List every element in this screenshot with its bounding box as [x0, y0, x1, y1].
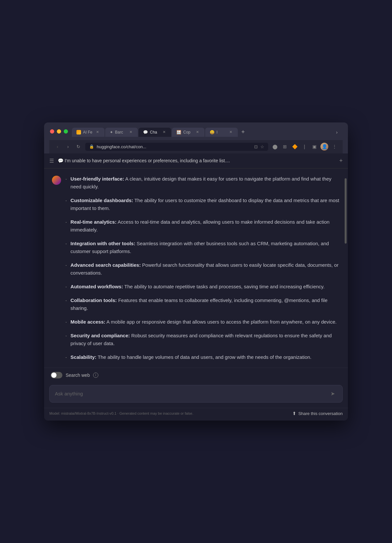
hamburger-icon[interactable]: ☰ — [49, 158, 54, 164]
sidebar-icon[interactable]: ▣ — [311, 143, 318, 150]
tab-close-3[interactable]: ✕ — [161, 130, 167, 134]
reload-button[interactable]: ↻ — [75, 144, 82, 149]
toggle-knob — [51, 373, 57, 378]
input-placeholder: Ask anything — [55, 391, 325, 396]
bullet-list: •User-friendly interface: A clean, intui… — [66, 175, 340, 361]
chat-title: 💬 I'm unable to have personal experience… — [58, 158, 335, 163]
profile-avatar[interactable]: 👤 — [320, 143, 328, 151]
message-body: •User-friendly interface: A clean, intui… — [66, 175, 340, 361]
tab-icon-hf — [76, 130, 81, 135]
list-item: •Scalability: The ability to handle larg… — [66, 353, 340, 361]
input-area: Ask anything ➤ — [44, 382, 348, 408]
tab-close-5[interactable]: ✕ — [228, 130, 233, 134]
bullet-term: User-friendly interface: — [71, 176, 124, 182]
tab-close-2[interactable]: ✕ — [128, 130, 133, 134]
list-item: •Mobile access: A mobile app or responsi… — [66, 318, 340, 326]
bullet-text: User-friendly interface: A clean, intuit… — [71, 175, 340, 191]
list-item: •Customizable dashboards: The ability fo… — [66, 197, 340, 212]
tab-bard[interactable]: ✦ Barc ✕ — [105, 128, 138, 137]
tab-chat-active[interactable]: 💬 Cha ✕ — [139, 128, 171, 137]
list-item: •Integration with other tools: Seamless … — [66, 240, 340, 255]
security-icon: 🔒 — [89, 144, 94, 149]
tab-list-chevron[interactable]: › — [332, 128, 341, 137]
list-item: •Automated workflows: The ability to aut… — [66, 283, 340, 291]
tab-icon-bard: ✦ — [110, 130, 113, 135]
circle-icon[interactable]: ⬤ — [271, 143, 279, 150]
list-item: •Security and compliance: Robust securit… — [66, 332, 340, 347]
forward-button[interactable]: › — [64, 144, 72, 149]
search-web-toggle[interactable] — [51, 372, 62, 378]
tab-icon-chat: 💬 — [143, 130, 148, 135]
tab-label-1: AI Fe — [83, 130, 93, 135]
bullet-text: Collaboration tools: Features that enabl… — [71, 296, 340, 312]
bullet-text: Advanced search capabilities: Powerful s… — [71, 261, 340, 277]
share-conversation-button[interactable]: ⬆ Share this conversation — [292, 411, 343, 416]
bullet-term: Customizable dashboards: — [71, 198, 133, 203]
avatar-column — [52, 175, 61, 361]
hf-logo — [52, 176, 61, 185]
bullet-text: Security and compliance: Robust security… — [71, 332, 340, 347]
bullet-dot: • — [66, 285, 67, 289]
list-item: •User-friendly interface: A clean, intui… — [66, 175, 340, 191]
new-chat-button[interactable]: + — [339, 157, 343, 164]
extension2-icon[interactable]: 🔶 — [291, 143, 298, 150]
send-button[interactable]: ➤ — [328, 389, 337, 398]
tab-ai-fe[interactable]: AI Fe ✕ — [72, 128, 105, 137]
maximize-button[interactable] — [64, 129, 68, 134]
back-button[interactable]: ‹ — [54, 144, 61, 149]
pip-icon[interactable]: ⊡ — [254, 144, 258, 149]
chat-header: ☰ 💬 I'm unable to have personal experien… — [44, 153, 348, 168]
tab-icon-copilot: 🪟 — [176, 130, 181, 135]
traffic-lights — [50, 129, 68, 134]
tab-close-4[interactable]: ✕ — [195, 130, 200, 134]
share-icon: ⬆ — [292, 411, 296, 416]
address-bar[interactable]: 🔒 huggingface.co/chat/con... ⊡ ☆ — [85, 143, 268, 151]
minimize-button[interactable] — [57, 129, 61, 134]
list-item: •Real-time analytics: Access to real-tim… — [66, 218, 340, 234]
address-bar-row: ‹ › ↻ 🔒 huggingface.co/chat/con... ⊡ ☆ ⬤… — [49, 140, 343, 153]
tab-copilot[interactable]: 🪟 Cop ✕ — [172, 128, 204, 137]
new-tab-button[interactable]: + — [238, 128, 248, 137]
search-web-label: Search web — [66, 373, 90, 378]
address-text: huggingface.co/chat/con... — [97, 144, 252, 149]
bullet-term: Real-time analytics: — [71, 219, 117, 225]
menu-icon[interactable]: ⋮ — [331, 143, 338, 150]
bookmark-icon[interactable]: ☆ — [260, 144, 264, 149]
close-button[interactable] — [50, 129, 54, 134]
tab-close-1[interactable]: ✕ — [95, 130, 100, 134]
scroll-thumb[interactable] — [345, 178, 347, 244]
chat-content: •User-friendly interface: A clean, intui… — [44, 168, 348, 368]
tab-label-2: Barc — [115, 130, 126, 135]
bullet-term: Automated workflows: — [71, 284, 123, 289]
input-box: Ask anything ➤ — [49, 385, 343, 403]
bullet-dot: • — [66, 299, 67, 303]
bullet-dot: • — [66, 220, 67, 225]
bullet-term: Collaboration tools: — [71, 297, 117, 303]
model-info: Model: mistralai/Mixtral-8x7B-Instruct-v… — [49, 411, 193, 416]
scroll-track[interactable] — [345, 175, 347, 361]
bottom-bar: Search web i — [44, 368, 348, 382]
divider: | — [301, 143, 308, 150]
bullet-text: Customizable dashboards: The ability for… — [71, 197, 340, 212]
list-item: •Collaboration tools: Features that enab… — [66, 296, 340, 312]
chat-footer: Model: mistralai/Mixtral-8x7B-Instruct-v… — [44, 408, 348, 421]
bullet-text: Automated workflows: The ability to auto… — [71, 283, 325, 291]
bullet-dot: • — [66, 320, 67, 325]
address-action-icons: ⊡ ☆ — [254, 144, 264, 149]
tab-icon-emoji: 😀 — [210, 130, 215, 135]
bullet-term: Integration with other tools: — [71, 241, 135, 246]
bullet-text: Scalability: The ability to handle large… — [71, 353, 312, 361]
bullet-dot: • — [66, 242, 67, 246]
bullet-term: Advanced search capabilities: — [71, 262, 141, 268]
share-label: Share this conversation — [298, 411, 343, 416]
bullet-dot: • — [66, 334, 67, 338]
info-icon[interactable]: i — [93, 373, 98, 378]
bullet-term: Security and compliance: — [71, 333, 130, 338]
browser-actions: ⬤ ⊞ 🔶 | ▣ 👤 ⋮ — [271, 143, 338, 151]
tabs-row: AI Fe ✕ ✦ Barc ✕ 💬 Cha ✕ 🪟 Cop ✕ — [72, 126, 341, 137]
tab-emoji[interactable]: 😀 l ✕ — [205, 128, 238, 137]
bullet-dot: • — [66, 177, 67, 182]
avatar-image: 👤 — [322, 144, 327, 149]
list-item: •Advanced search capabilities: Powerful … — [66, 261, 340, 277]
extension-icon[interactable]: ⊞ — [281, 143, 288, 150]
